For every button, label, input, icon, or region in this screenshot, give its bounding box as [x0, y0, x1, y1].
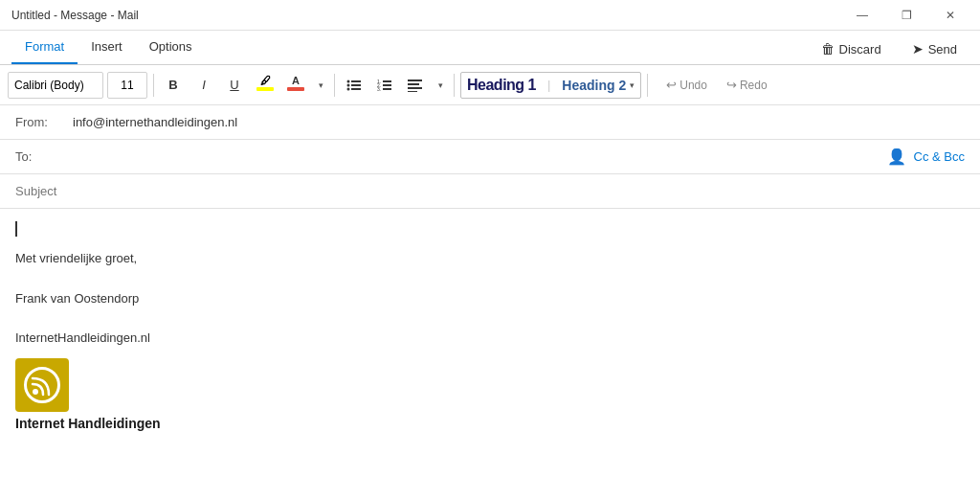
divider-3 — [454, 74, 455, 97]
undo-redo-group: ↩ Undo ↪ Redo — [657, 75, 775, 95]
highlight-button[interactable]: 🖊 — [252, 72, 278, 99]
text-cursor — [15, 221, 17, 237]
highlight-icon: 🖊 — [260, 75, 271, 86]
undo-button[interactable]: ↩ Undo — [657, 75, 716, 95]
logo-icon-inner — [24, 367, 60, 403]
list-format-dropdown[interactable]: ▾ — [433, 72, 448, 99]
svg-rect-5 — [351, 88, 361, 90]
bullet-list-icon — [346, 79, 362, 92]
svg-rect-3 — [351, 84, 361, 86]
heading-1-label: Heading 1 — [467, 77, 536, 94]
divider-2 — [334, 74, 335, 97]
email-form: From: info@internethandleidingen.nl To: … — [0, 105, 980, 500]
bullet-list-button[interactable] — [341, 72, 368, 99]
cc-bcc-button[interactable]: Cc & Bcc — [914, 149, 965, 164]
window-title: Untitled - Message - Mail — [11, 9, 139, 22]
subject-field — [0, 174, 980, 209]
send-icon: ➤ — [912, 41, 924, 57]
highlight-color-bar — [256, 87, 274, 91]
svg-rect-11 — [383, 88, 391, 90]
to-input[interactable] — [73, 149, 887, 164]
svg-point-4 — [347, 87, 350, 90]
blank-line-2 — [15, 308, 965, 329]
undo-icon: ↩ — [666, 78, 677, 92]
rss-signal-icon — [29, 372, 56, 398]
title-bar: Untitled - Message - Mail — ❐ ✕ — [0, 0, 980, 31]
logo-block: Internet Handleidingen — [15, 358, 965, 431]
heading-style-dropdown[interactable]: Heading 1 | Heading 2 ▾ — [460, 72, 641, 99]
svg-rect-1 — [351, 80, 361, 82]
signature-block: Met vriendelijke groet, Frank van Oosten… — [15, 249, 965, 349]
heading-2-label: Heading 2 — [562, 78, 626, 93]
italic-button[interactable]: I — [190, 72, 217, 99]
sender-name: Frank van Oostendorp — [15, 289, 965, 309]
to-field: To: 👤 Cc & Bcc — [0, 140, 980, 174]
from-field: From: info@internethandleidingen.nl — [0, 105, 980, 140]
tab-list: Format Insert Options — [11, 31, 206, 64]
svg-rect-12 — [408, 80, 422, 81]
from-label: From: — [15, 115, 73, 129]
greeting-line: Met vriendelijke groet, — [15, 249, 965, 269]
tab-format[interactable]: Format — [11, 31, 78, 64]
align-button[interactable] — [402, 72, 429, 99]
svg-rect-13 — [408, 83, 419, 85]
logo-icon-box — [15, 358, 69, 412]
discard-button[interactable]: 🗑 Discard — [810, 37, 893, 60]
numbered-list-button[interactable]: 1. 2. 3. — [371, 72, 398, 99]
formatting-toolbar: B I U 🖊 A ▾ 1. 2. 3. — [0, 65, 980, 105]
minimize-button[interactable]: — — [840, 0, 884, 31]
numbered-list-icon: 1. 2. 3. — [377, 79, 392, 92]
redo-button[interactable]: ↪ Redo — [718, 75, 776, 95]
font-format-dropdown[interactable]: ▾ — [313, 72, 328, 99]
svg-point-16 — [33, 389, 38, 395]
add-recipient-icon[interactable]: 👤 — [887, 148, 906, 166]
font-size-input[interactable] — [107, 72, 147, 99]
from-value: info@internethandleidingen.nl — [73, 115, 965, 129]
font-color-icon: A — [292, 75, 300, 86]
maximize-button[interactable]: ❐ — [884, 0, 928, 31]
align-icon — [408, 79, 423, 92]
font-color-bar — [287, 87, 304, 91]
bold-button[interactable]: B — [160, 72, 187, 99]
blank-line-1 — [15, 269, 965, 289]
window-controls: — ❐ ✕ — [840, 0, 972, 31]
send-button[interactable]: ➤ Send — [901, 37, 969, 60]
cursor-area — [15, 220, 965, 238]
tab-insert[interactable]: Insert — [78, 31, 136, 64]
tab-options[interactable]: Options — [136, 31, 206, 64]
email-body[interactable]: Met vriendelijke groet, Frank van Oosten… — [0, 209, 980, 500]
svg-text:3.: 3. — [377, 86, 381, 92]
trash-icon: 🗑 — [821, 41, 835, 57]
ribbon-tabs: Format Insert Options 🗑 Discard ➤ Send — [0, 31, 980, 65]
subject-input[interactable] — [15, 184, 965, 198]
to-label: To: — [15, 149, 73, 164]
underline-button[interactable]: U — [221, 72, 248, 99]
svg-rect-15 — [408, 91, 417, 92]
heading-dropdown-arrow: ▾ — [630, 80, 635, 90]
font-name-input[interactable] — [8, 72, 103, 99]
svg-rect-14 — [408, 87, 422, 89]
font-color-button[interactable]: A — [282, 72, 309, 99]
svg-rect-7 — [383, 80, 391, 82]
svg-point-2 — [347, 83, 350, 86]
ribbon-actions: 🗑 Discard ➤ Send — [810, 37, 969, 64]
website-line: InternetHandleidingen.nl — [15, 329, 965, 349]
close-button[interactable]: ✕ — [928, 0, 972, 31]
svg-rect-9 — [383, 84, 391, 86]
divider-4 — [647, 74, 648, 97]
to-actions: 👤 Cc & Bcc — [887, 148, 965, 166]
logo-text: Internet Handleidingen — [15, 416, 161, 431]
heading-separator: | — [547, 78, 550, 92]
redo-icon: ↪ — [726, 78, 737, 92]
svg-point-0 — [347, 80, 350, 82]
divider-1 — [153, 74, 154, 97]
